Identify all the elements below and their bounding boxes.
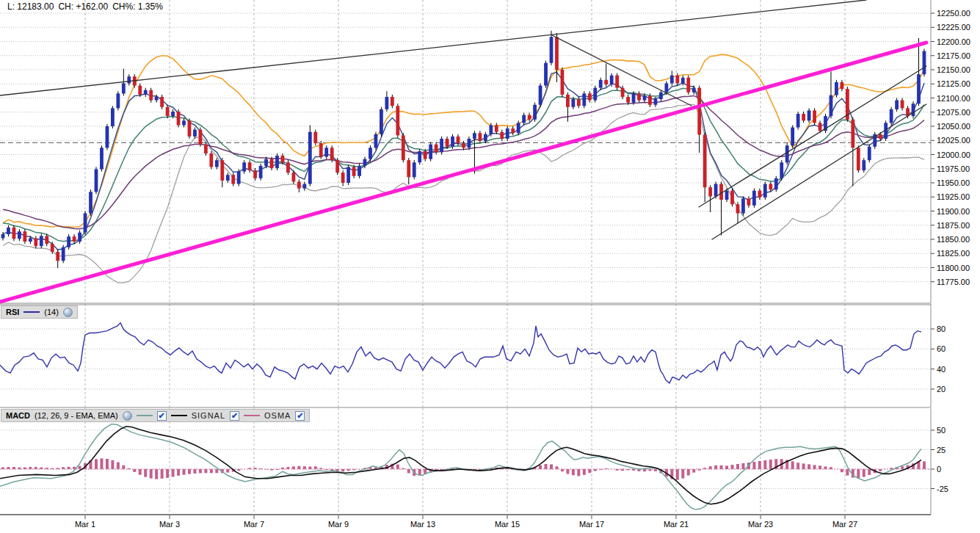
candle [511, 128, 515, 133]
macd-title: MACD [6, 411, 30, 420]
candle [654, 99, 658, 105]
channel-upper [699, 66, 926, 207]
candle [7, 228, 10, 234]
candle [813, 110, 816, 123]
candle [73, 236, 76, 242]
svg-text:11875.00: 11875.00 [937, 221, 970, 230]
candle [220, 160, 224, 181]
candle [577, 99, 581, 106]
candle [841, 82, 844, 89]
candle [215, 160, 219, 167]
candle [204, 145, 208, 153]
candle [402, 135, 405, 160]
rsi-indicator-header[interactable]: RSI (14) [1, 305, 78, 319]
candle [231, 175, 235, 184]
candle [446, 139, 449, 147]
candle [457, 137, 460, 143]
candle [177, 112, 181, 125]
candle [648, 95, 652, 104]
svg-text:12100.00: 12100.00 [937, 94, 970, 103]
candle [84, 214, 87, 233]
candle [879, 134, 882, 139]
candle [248, 162, 252, 170]
svg-text:12025.00: 12025.00 [937, 136, 970, 145]
candle [517, 123, 520, 133]
candle [45, 236, 48, 244]
candle [528, 115, 531, 120]
signal-label: SIGNAL [192, 411, 225, 420]
candle [659, 93, 663, 99]
candle [281, 156, 285, 162]
candle [819, 123, 822, 131]
svg-text:11775.00: 11775.00 [937, 278, 970, 286]
macd-properties-icon[interactable] [123, 411, 132, 421]
candle [297, 181, 301, 188]
candle [478, 133, 482, 141]
candle [539, 86, 542, 105]
svg-text:12225.00: 12225.00 [937, 23, 970, 32]
candle [369, 148, 372, 159]
price-chart-canvas[interactable]: 12250.0012225.0012200.0012175.0012150.00… [0, 0, 980, 304]
candle [89, 192, 92, 213]
candle [435, 145, 438, 153]
candle [468, 139, 471, 148]
candles-layer [1, 31, 926, 268]
macd-indicator-header[interactable]: MACD (12, 26, 9 - EMA, EMA) ✔ SIGNAL ✔ O… [1, 409, 310, 422]
candle [632, 93, 636, 102]
svg-text:60: 60 [937, 344, 945, 353]
candle [29, 238, 32, 242]
candle [56, 252, 59, 261]
candle [100, 148, 104, 169]
rsi-properties-icon[interactable] [63, 308, 73, 317]
candle [522, 115, 526, 123]
candle [34, 238, 37, 246]
candle [571, 99, 575, 107]
candle [923, 51, 926, 75]
date-axis: Mar 1Mar 3Mar 7Mar 9Mar 13Mar 15Mar 17Ma… [0, 515, 980, 533]
svg-text:40: 40 [937, 365, 945, 374]
candle [226, 175, 230, 181]
candle [791, 128, 794, 146]
svg-text:50: 50 [937, 426, 945, 435]
rsi-line [0, 323, 921, 383]
candle [681, 78, 685, 84]
candle [774, 178, 778, 189]
candle [199, 130, 203, 145]
candle [664, 83, 668, 92]
candle [582, 93, 586, 106]
candle [440, 139, 443, 152]
svg-text:0: 0 [937, 465, 941, 474]
change-pct-label: CH%: 1.35% [112, 1, 163, 12]
macd-chart-canvas[interactable]: 50250-25 [0, 408, 980, 515]
date-tick-label: Mar 7 [244, 520, 264, 529]
candle [424, 151, 427, 159]
macd-line-checkbox[interactable]: ✔ [157, 411, 167, 421]
candle [912, 104, 915, 116]
candle [714, 184, 718, 197]
rsi-chart-canvas[interactable]: 80604020 [0, 304, 980, 408]
date-tick-label: Mar 9 [328, 520, 349, 529]
svg-text:11950.00: 11950.00 [937, 178, 970, 187]
candle [862, 160, 865, 170]
svg-text:80: 80 [937, 324, 945, 333]
candle [610, 76, 614, 84]
candle [533, 105, 537, 120]
candle [396, 106, 399, 135]
candle [357, 166, 361, 176]
candle [286, 162, 290, 173]
candle [12, 228, 16, 239]
osma-checkbox[interactable]: ✔ [295, 411, 305, 421]
candle [692, 88, 696, 93]
candle [703, 135, 707, 188]
candle [473, 133, 476, 139]
candle [418, 151, 421, 162]
candle [51, 244, 54, 252]
svg-text:25: 25 [937, 446, 945, 454]
candle [857, 148, 860, 170]
candle [95, 170, 98, 192]
candle [686, 78, 690, 93]
signal-checkbox[interactable]: ✔ [230, 411, 239, 421]
candle [708, 187, 712, 196]
date-tick-label: Mar 15 [495, 520, 520, 529]
candle [626, 97, 630, 103]
